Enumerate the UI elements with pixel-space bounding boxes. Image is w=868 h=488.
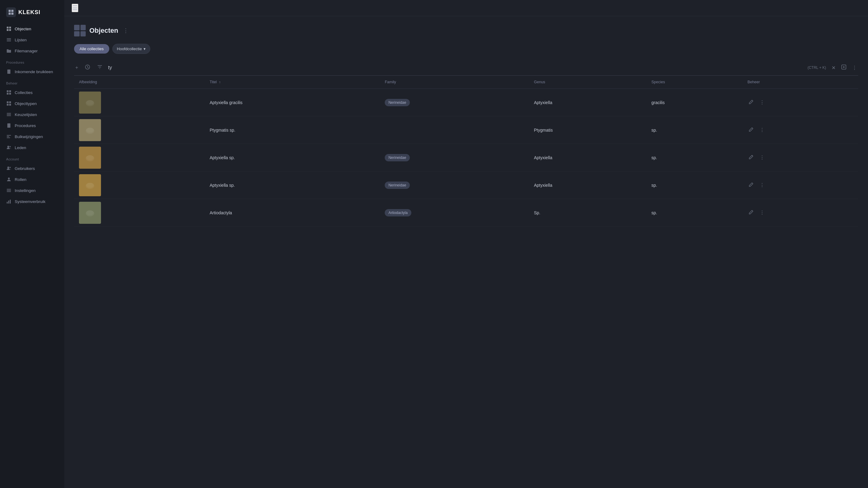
sidebar-item-collecties-label: Collecties bbox=[15, 90, 33, 95]
sidebar-item-leden[interactable]: Leden bbox=[0, 142, 64, 153]
hoofdcollectie-dropdown[interactable]: Hoofdcollectie ▾ bbox=[112, 44, 151, 54]
cell-thumbnail bbox=[74, 116, 205, 144]
more-row-button[interactable]: ⋮ bbox=[758, 209, 766, 217]
search-bar: + (CTRL + K) ✕ bbox=[74, 60, 858, 75]
sidebar-item-rollen[interactable]: Rollen bbox=[0, 174, 64, 185]
history-button[interactable] bbox=[84, 63, 92, 72]
col-header-species: Species bbox=[646, 75, 743, 89]
svg-rect-2 bbox=[8, 12, 11, 15]
cell-genus: Aptyxiella bbox=[529, 144, 647, 172]
svg-rect-0 bbox=[8, 10, 11, 12]
edit-button[interactable] bbox=[747, 153, 755, 162]
data-table: Afbeelding Titel ↑ Family Genus Species bbox=[74, 75, 858, 226]
edit-button[interactable] bbox=[747, 209, 755, 217]
title-text: Aptyxiella sp. bbox=[210, 183, 235, 188]
col-header-titel[interactable]: Titel ↑ bbox=[205, 75, 380, 89]
sidebar-item-filemanager[interactable]: Filemanager bbox=[0, 45, 64, 56]
cell-thumbnail bbox=[74, 172, 205, 199]
page-menu-icon[interactable]: ⋮ bbox=[123, 27, 128, 34]
svg-rect-35 bbox=[7, 202, 8, 204]
sidebar-item-procedures-label: Procedures bbox=[15, 123, 36, 128]
cell-beheer: ⋮ bbox=[743, 116, 858, 144]
table-row: Aptyxiella sp.NerineidaeAptyxiellasp. ⋮ bbox=[74, 172, 858, 199]
sidebar-item-objecttypen[interactable]: Objecttypen bbox=[0, 98, 64, 109]
sidebar-item-systeemverbruik-label: Systeemverbruik bbox=[15, 199, 45, 204]
hamburger-button[interactable]: ☰ bbox=[72, 4, 79, 12]
all-collections-button[interactable]: Alle collecties bbox=[74, 44, 109, 54]
cell-species: sp. bbox=[646, 116, 743, 144]
cell-family bbox=[380, 116, 529, 144]
cell-genus: Aptyxiella bbox=[529, 172, 647, 199]
cell-beheer: ⋮ bbox=[743, 172, 858, 199]
sidebar-item-leden-label: Leden bbox=[15, 145, 26, 150]
sidebar-item-instellingen[interactable]: Instellingen bbox=[0, 185, 64, 196]
sidebar-item-gebruikers[interactable]: Gebruikers bbox=[0, 163, 64, 174]
svg-rect-36 bbox=[8, 201, 9, 204]
cell-family: Nerineidae bbox=[380, 89, 529, 116]
search-input[interactable] bbox=[108, 65, 803, 70]
sidebar-item-instellingen-label: Instellingen bbox=[15, 188, 35, 193]
cell-family: Nerineidae bbox=[380, 144, 529, 172]
svg-rect-22 bbox=[7, 115, 11, 116]
sidebar-item-inkomende-bruikleen[interactable]: Inkomende bruikleen bbox=[0, 66, 64, 77]
table-row: Aptyxiella sp.NerineidaeAptyxiellasp. ⋮ bbox=[74, 144, 858, 172]
edit-button[interactable] bbox=[747, 126, 755, 134]
sidebar-item-bulkwijzigingen-label: Bulkwijzigingen bbox=[15, 134, 43, 139]
svg-rect-33 bbox=[7, 190, 11, 191]
col-header-genus: Genus bbox=[529, 75, 647, 89]
add-button[interactable]: + bbox=[74, 64, 79, 72]
sidebar-item-collecties[interactable]: Collecties bbox=[0, 87, 64, 98]
gebruikers-icon bbox=[6, 165, 12, 171]
cell-genus: Aptyxiella bbox=[529, 89, 647, 116]
filter-button[interactable] bbox=[96, 63, 104, 72]
sidebar-item-filemanager-label: Filemanager bbox=[15, 49, 38, 53]
svg-rect-37 bbox=[10, 200, 11, 204]
species-text: sp. bbox=[651, 183, 657, 188]
sidebar-item-objecten[interactable]: Objecten bbox=[0, 23, 64, 34]
genus-text: Sp. bbox=[534, 210, 540, 215]
col-header-afbeelding: Afbeelding bbox=[74, 75, 205, 89]
svg-rect-34 bbox=[7, 191, 11, 192]
sidebar-item-objecttypen-label: Objecttypen bbox=[15, 101, 37, 106]
svg-point-27 bbox=[7, 146, 9, 148]
cell-species: sp. bbox=[646, 172, 743, 199]
cell-title: Aptyxiella sp. bbox=[205, 144, 380, 172]
svg-rect-3 bbox=[11, 12, 13, 15]
table-row: Aptyxiella gracilisNerineidaeAptyxiellag… bbox=[74, 89, 858, 116]
svg-rect-4 bbox=[7, 27, 8, 28]
page-title: Objecten bbox=[89, 27, 118, 35]
logo-icon bbox=[6, 7, 16, 17]
sidebar-item-keuzelijsten[interactable]: Keuzelijsten bbox=[0, 109, 64, 120]
sidebar-item-inkomende-label: Inkomende bruikleen bbox=[15, 69, 53, 74]
svg-rect-24 bbox=[7, 135, 11, 135]
more-row-button[interactable]: ⋮ bbox=[758, 153, 766, 162]
title-text: Artiodactyla bbox=[210, 210, 232, 215]
svg-point-30 bbox=[9, 167, 11, 168]
systeemverbruik-icon bbox=[6, 199, 12, 204]
svg-point-31 bbox=[8, 178, 10, 179]
export-button[interactable] bbox=[840, 63, 848, 72]
leden-icon bbox=[6, 145, 12, 150]
cell-thumbnail bbox=[74, 89, 205, 116]
app-logo: KLEKSI bbox=[0, 5, 64, 23]
more-options-button[interactable]: ⋮ bbox=[851, 64, 858, 72]
more-row-button[interactable]: ⋮ bbox=[758, 181, 766, 189]
row-actions: ⋮ bbox=[747, 209, 853, 217]
sidebar-item-procedures[interactable]: Procedures bbox=[0, 120, 64, 131]
cell-species: sp. bbox=[646, 144, 743, 172]
more-row-button[interactable]: ⋮ bbox=[758, 126, 766, 134]
row-actions: ⋮ bbox=[747, 181, 853, 189]
edit-button[interactable] bbox=[747, 98, 755, 107]
svg-point-49 bbox=[86, 210, 94, 215]
sidebar-item-bulkwijzigingen[interactable]: Bulkwijzigingen bbox=[0, 131, 64, 142]
page-header-icon bbox=[74, 25, 86, 36]
edit-button[interactable] bbox=[747, 181, 755, 189]
page-header: Objecten ⋮ bbox=[74, 25, 858, 36]
sidebar-item-systeemverbruik[interactable]: Systeemverbruik bbox=[0, 196, 64, 207]
svg-rect-5 bbox=[9, 27, 11, 28]
clear-search-button[interactable]: ✕ bbox=[830, 64, 837, 72]
svg-rect-6 bbox=[7, 29, 8, 31]
more-row-button[interactable]: ⋮ bbox=[758, 98, 766, 106]
svg-point-45 bbox=[86, 155, 94, 160]
sidebar-item-lijsten[interactable]: Lijsten bbox=[0, 34, 64, 45]
